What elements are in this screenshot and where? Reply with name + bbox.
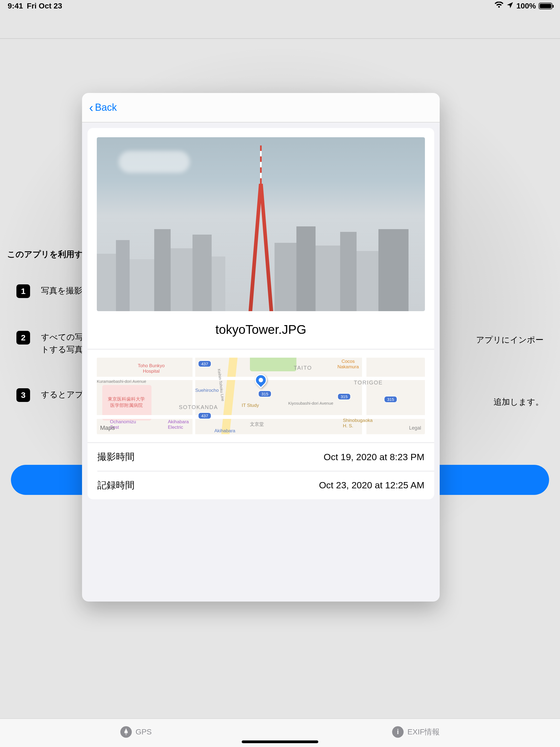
step-badge-2: 2 xyxy=(17,331,30,344)
maps-legal-link[interactable]: Legal xyxy=(409,425,421,431)
info-row-record-time: 記録時間 Oct 23, 2020 at 12:25 AM xyxy=(87,471,434,499)
step-badge-3: 3 xyxy=(17,388,30,402)
modal-header: ‹ Back xyxy=(82,93,440,123)
map-area-label: TORIGOE xyxy=(354,380,383,386)
map-poi-label: Toho Bunkyo Hospital xyxy=(138,363,164,374)
status-bar: 9:41 Fri Oct 23 100% xyxy=(0,0,560,12)
status-date: Fri Oct 23 xyxy=(27,2,62,10)
map-poi-label: Shinobugaoka H. S. xyxy=(343,418,373,429)
home-indicator xyxy=(242,741,318,743)
map-poi-label: Cocos Nakamura xyxy=(337,359,359,370)
map-area-label: SOTOKANDA xyxy=(179,404,218,410)
tab-gps[interactable]: GPS xyxy=(120,726,152,738)
status-time: 9:41 xyxy=(8,2,23,10)
tab-label: GPS xyxy=(136,728,152,736)
map-poi-label: Akihabara Electric xyxy=(168,419,189,430)
photo-card: tokyoTower.JPG 437 437 315 315 315 SOTOK xyxy=(87,128,434,499)
map-poi-label: IT Study xyxy=(242,403,259,408)
map-poi-label: 文京堂 xyxy=(250,421,264,428)
map-line-label: Keihin-Tohoku Line xyxy=(217,368,225,402)
map-poi-label: Suehirocho xyxy=(195,388,219,393)
route-badge: 315 xyxy=(337,393,351,400)
step-text-2: すべての写 トする写真 xyxy=(41,331,83,356)
info-row-shot-time: 撮影時間 Oct 19, 2020 at 8:23 PM xyxy=(87,443,434,471)
compass-icon xyxy=(120,726,132,738)
route-badge: 315 xyxy=(258,390,272,397)
step-text-3: するとアプ xyxy=(41,388,83,402)
tab-exif[interactable]: i EXIF情報 xyxy=(392,726,440,738)
info-label: 記録時間 xyxy=(97,479,134,492)
photo-preview[interactable] xyxy=(97,137,425,311)
location-icon xyxy=(506,2,513,11)
info-value: Oct 23, 2020 at 12:25 AM xyxy=(319,480,424,491)
step-text-1: 写真を撮影 xyxy=(41,284,82,298)
detail-modal: ‹ Back xyxy=(82,93,440,601)
back-button[interactable]: ‹ Back xyxy=(89,101,117,114)
photo-filename: tokyoTower.JPG xyxy=(87,311,434,349)
step-text-2-right: アプリにインポー xyxy=(476,334,543,346)
map-area-label: TAITO xyxy=(294,365,312,371)
back-label: Back xyxy=(95,102,117,113)
map-poi-label: 東京医科歯科大学 医学部附属病院 xyxy=(108,396,145,409)
map-preview[interactable]: 437 437 315 315 315 SOTOKANDA TAITO TORI… xyxy=(97,358,425,434)
route-badge: 315 xyxy=(384,396,397,403)
info-icon: i xyxy=(392,726,404,738)
info-value: Oct 19, 2020 at 8:23 PM xyxy=(324,452,424,462)
route-badge: 437 xyxy=(198,412,211,419)
info-label: 撮影時間 xyxy=(97,450,134,463)
step-text-3-right: 追加します。 xyxy=(493,396,543,408)
apple-maps-label: Maps xyxy=(100,424,115,432)
tab-label: EXIF情報 xyxy=(407,727,440,737)
bg-intro-text: このアプリを利用す xyxy=(7,249,83,260)
map-street-label: Kiyosubashi-dori Avenue xyxy=(288,401,333,406)
map-poi-label: Akihabara xyxy=(214,428,235,434)
map-pin-icon xyxy=(252,371,269,389)
chevron-left-icon: ‹ xyxy=(89,101,93,114)
map-street-label: Kuramaebashi-dori Avenue xyxy=(97,379,146,384)
battery-icon xyxy=(539,3,552,9)
tokyo-tower-graphic xyxy=(249,146,273,311)
battery-pct: 100% xyxy=(516,2,536,10)
wifi-icon xyxy=(494,2,504,11)
route-badge: 437 xyxy=(198,360,211,367)
step-badge-1: 1 xyxy=(17,284,30,298)
